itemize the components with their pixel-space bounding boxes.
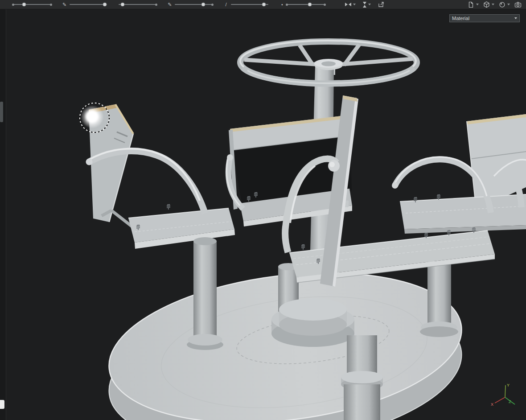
chevron-down-icon[interactable] (353, 4, 356, 5)
chevron-down-icon[interactable] (507, 4, 510, 5)
mirror-x-right-triangle (349, 3, 351, 6)
model-seat-platform-right (400, 194, 526, 234)
mirror-x-icon[interactable] (345, 3, 356, 6)
export-icon[interactable] (378, 1, 384, 8)
mirror-x-left-triangle (345, 3, 348, 6)
mirror-y-top-triangle (363, 2, 366, 4)
stroke-flow-slider-handle[interactable] (308, 3, 312, 7)
mirror-y-bottom-triangle (363, 5, 366, 8)
stroke-flow-slider-group: • (280, 2, 325, 7)
brush-size-slider-group (13, 4, 51, 5)
shading-mode-dropdown[interactable]: Material (449, 14, 520, 22)
document-icon-glyph (468, 1, 474, 8)
scene-3d-model (6, 9, 526, 420)
stroke-opacity-slider-handle[interactable] (262, 3, 266, 7)
brush-opacity-slider-handle[interactable] (103, 3, 107, 7)
chevron-down-icon[interactable] (476, 4, 479, 5)
toolbar-mid-icons (345, 1, 384, 8)
left-bottom-chip (0, 400, 4, 409)
brush-flow-slider[interactable] (119, 4, 156, 5)
axis-gizmo[interactable]: Y X Z (490, 381, 519, 409)
axis-y[interactable]: Y (505, 383, 510, 397)
shading-mode-label: Material (452, 16, 469, 21)
dot-icon[interactable]: • (280, 2, 284, 7)
chevron-down-icon[interactable] (368, 4, 371, 5)
stroke-flow-slider[interactable] (287, 4, 325, 5)
brush-size-slider-handle[interactable] (22, 3, 26, 7)
brush-flow-slider-handle[interactable] (120, 3, 124, 7)
axis-y-label: Y (507, 383, 510, 387)
pen-icon[interactable]: ✎ (62, 2, 66, 7)
axis-z[interactable]: Z (505, 397, 515, 404)
cube-icon[interactable] (483, 1, 494, 8)
material-sphere-icon-glyph (499, 1, 505, 8)
pen-icon[interactable]: ✎ (168, 2, 172, 7)
left-scrollbar-thumb[interactable] (0, 102, 3, 122)
left-scrollbar-strip (0, 9, 6, 420)
material-sphere-icon[interactable] (499, 1, 510, 8)
stroke-opacity-slider[interactable] (231, 4, 268, 5)
top-toolbar: ✎✎/• (0, 0, 526, 9)
viewport-3d[interactable]: Material Y X Z (6, 9, 526, 420)
chevron-down-icon[interactable] (492, 4, 494, 5)
axis-x-label: X (491, 402, 493, 407)
brush-hardness-slider[interactable] (175, 4, 212, 5)
model-front-post (341, 335, 383, 420)
axis-z-label: Z (509, 399, 511, 404)
brush-hardness-slider-handle[interactable] (201, 3, 205, 7)
brush-opacity-slider-group: ✎ (62, 2, 107, 7)
brush-flow-slider-group (119, 4, 156, 5)
stroke-opacity-slider-group: / (224, 2, 268, 7)
export-icon-glyph (378, 1, 384, 8)
cube-icon-glyph (483, 1, 490, 8)
slash-icon[interactable]: / (224, 2, 228, 7)
mirror-y-icon[interactable] (363, 2, 371, 8)
brush-opacity-slider[interactable] (70, 4, 107, 5)
chevron-down-icon (514, 17, 517, 19)
camera-icon[interactable] (514, 1, 522, 8)
toolbar-right-icons (468, 1, 522, 8)
camera-icon-glyph (514, 1, 522, 8)
document-icon[interactable] (468, 1, 479, 8)
model-center-base (271, 298, 354, 347)
axis-x[interactable]: X (491, 397, 505, 407)
brush-hardness-slider-group: ✎ (168, 2, 212, 7)
toolbar-sliders: ✎✎/• (13, 2, 325, 7)
brush-size-slider[interactable] (13, 4, 51, 5)
